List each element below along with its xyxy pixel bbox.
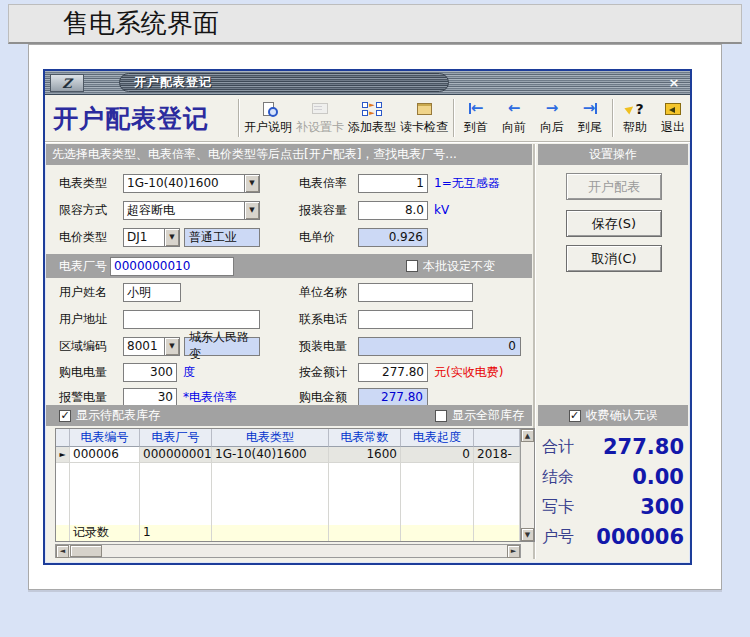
table-row[interactable]: ► 000006 0000000010 1G-10(40)1600 1600 0… — [56, 447, 520, 463]
page-title: 售电系统界面 — [63, 6, 219, 41]
header-meter-no[interactable]: 电表编号 — [70, 429, 140, 447]
table-header-row: 电表编号 电表厂号 电表类型 电表常数 电表起度 — [56, 429, 520, 447]
cell-meter-no: 000006 — [70, 447, 140, 463]
form-row: 购电电量 度 按金额计 元(实收电费) — [45, 362, 532, 382]
phone-input[interactable] — [358, 310, 473, 329]
purchase-energy-hint: 度 — [183, 364, 195, 381]
chevron-down-icon[interactable]: ▼ — [164, 228, 180, 247]
add-meter-type-button[interactable]: ► ► 添加表型 — [346, 97, 398, 139]
total-row: 合计 277.80 — [542, 433, 684, 461]
nav-first-icon: ← — [469, 101, 484, 117]
by-amount-input[interactable] — [358, 363, 428, 382]
preset-energy-label: 预装电量 — [299, 338, 358, 355]
button-label: 保存(S) — [592, 215, 636, 233]
unit-name-input[interactable] — [358, 283, 473, 302]
account-no-row: 户号 000006 — [542, 523, 684, 551]
header-meter-type[interactable]: 电表类型 — [212, 429, 329, 447]
meter-type-label: 电表类型 — [45, 175, 123, 192]
area-code-value: 8001 — [123, 337, 164, 356]
table-empty-area — [56, 463, 520, 525]
purchase-energy-label: 购电电量 — [45, 364, 123, 381]
factory-no-input[interactable] — [110, 257, 234, 276]
cancel-button[interactable]: 取消(C) — [566, 245, 662, 272]
window-logo-glyph: Z — [62, 76, 72, 91]
address-label: 用户地址 — [45, 311, 123, 328]
form-heading: 开户配表登记 — [53, 102, 235, 135]
price-type-select[interactable]: DJ1 ▼ — [123, 228, 180, 247]
area-name-field: 城东人民路变 — [184, 337, 260, 356]
button-label: 向前 — [502, 119, 526, 136]
table-vertical-scrollbar[interactable]: ▲ ▼ — [520, 429, 534, 541]
meter-stock-table: 电表编号 电表厂号 电表类型 电表常数 电表起度 ► 000006 000000… — [55, 428, 535, 542]
scroll-left-icon[interactable]: ◄ — [56, 545, 69, 558]
scroll-right-icon[interactable]: ► — [507, 545, 520, 558]
price-type-name: 普通工业 — [189, 229, 237, 246]
meter-type-select[interactable]: 1G-10(40)1600 ▼ — [123, 174, 260, 193]
record-count-label: 记录数 — [70, 525, 140, 541]
phone-label: 联系电话 — [299, 311, 358, 328]
open-account-assign-button: 开户配表 — [566, 173, 662, 200]
limit-mode-select[interactable]: 超容断电 ▼ — [123, 201, 260, 220]
fee-confirm-checkbox[interactable]: ✓ — [569, 410, 581, 422]
toolbar-separator — [238, 99, 239, 137]
save-button[interactable]: 保存(S) — [566, 210, 662, 237]
address-input[interactable] — [123, 310, 260, 329]
preset-energy-value: 0 — [508, 339, 516, 353]
instruction-text: 先选择电表类型、电表倍率、电价类型等后点击[开户配表]，查找电表厂号... — [52, 146, 457, 163]
multiplier-hint: 1=无互感器 — [434, 175, 500, 192]
supplement-card-button: 补设置卡 — [294, 97, 346, 139]
area-code-select[interactable]: 8001 ▼ — [123, 337, 180, 356]
chevron-down-icon[interactable]: ▼ — [244, 174, 260, 193]
factory-no-bar: 电表厂号 本批设定不变 — [46, 254, 532, 278]
page-header: 售电系统界面 — [8, 4, 742, 44]
app-window: Z 开户配表登记 × 开户配表登记 开户说明 补设置 — [43, 69, 692, 565]
cell-constant: 1600 — [329, 447, 401, 463]
limit-mode-value: 超容断电 — [123, 201, 244, 220]
cell-start-reading: 0 — [401, 447, 474, 463]
chevron-down-icon[interactable]: ▼ — [244, 201, 260, 220]
multiplier-input[interactable] — [358, 174, 428, 193]
show-pending-checkbox[interactable]: ✓ — [59, 410, 71, 422]
row-marker-icon: ► — [56, 447, 70, 463]
area-name: 城东人民路变 — [189, 329, 255, 363]
form-row: 报警电量 *电表倍率 购电金额 277.80 — [45, 387, 532, 407]
scroll-up-icon[interactable]: ▲ — [521, 429, 534, 442]
cell-factory-no: 0000000010 — [140, 447, 212, 463]
alarm-energy-label: 报警电量 — [45, 389, 123, 406]
go-previous-button[interactable]: ← 向前 — [495, 97, 533, 139]
card-plus-icon — [312, 101, 328, 117]
read-card-check-button[interactable]: 读卡检查 — [398, 97, 450, 139]
header-constant[interactable]: 电表常数 — [329, 429, 401, 447]
scroll-down-icon[interactable]: ▼ — [521, 528, 534, 541]
balance-label: 结余 — [542, 467, 574, 488]
user-name-input[interactable] — [123, 283, 181, 302]
table-horizontal-scrollbar[interactable]: ◄ ► — [55, 544, 521, 558]
nav-prev-icon: ← — [508, 101, 521, 117]
balance-value: 0.00 — [632, 465, 684, 489]
scroll-thumb[interactable] — [70, 545, 102, 557]
fee-confirm-label: 收费确认无误 — [586, 407, 658, 424]
go-first-button[interactable]: ← 到首 — [457, 97, 495, 139]
form-row: 电价类型 DJ1 ▼ 普通工业 电单价 0.926 — [45, 227, 532, 247]
total-value: 277.80 — [603, 435, 684, 459]
form-row: 限容方式 超容断电 ▼ 报装容量 kV — [45, 200, 532, 220]
show-all-checkbox[interactable] — [435, 410, 447, 422]
factory-no-label: 电表厂号 — [46, 258, 110, 275]
form-row: 电表类型 1G-10(40)1600 ▼ 电表倍率 1=无互感器 — [45, 173, 532, 193]
show-pending-label: 显示待配表库存 — [76, 407, 160, 424]
header-factory-no[interactable]: 电表厂号 — [140, 429, 212, 447]
button-label: 开户说明 — [244, 119, 292, 136]
account-no-label: 户号 — [542, 527, 574, 548]
user-name-label: 用户姓名 — [45, 284, 123, 301]
chevron-down-icon[interactable]: ▼ — [164, 337, 180, 356]
header-start-reading[interactable]: 电表起度 — [401, 429, 474, 447]
balance-row: 结余 0.00 — [542, 463, 684, 491]
purchase-energy-input[interactable] — [123, 363, 177, 382]
capacity-label: 报装容量 — [299, 202, 358, 219]
batch-fixed-checkbox[interactable] — [406, 260, 418, 272]
capacity-input[interactable] — [358, 201, 428, 220]
unit-price-label: 电单价 — [299, 229, 358, 246]
open-account-help-button[interactable]: 开户说明 — [242, 97, 294, 139]
alarm-energy-input[interactable] — [123, 388, 177, 407]
side-panel: 开户配表 保存(S) 取消(C) ✓ 收费确认无误 合计 277.80 结余 — [538, 71, 688, 563]
